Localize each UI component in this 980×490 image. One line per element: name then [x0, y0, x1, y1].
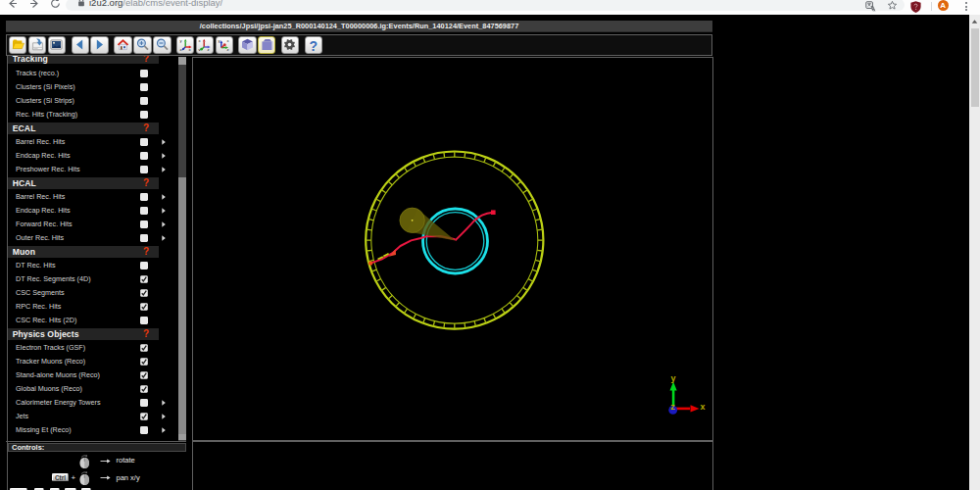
svg-text:y: y — [670, 373, 675, 383]
svg-text:x: x — [199, 38, 202, 43]
svg-text:x: x — [700, 402, 705, 412]
svg-text:z: z — [179, 47, 181, 51]
svg-text:y: y — [179, 38, 182, 43]
svg-text:z: z — [670, 402, 675, 412]
svg-text:x: x — [227, 38, 230, 43]
